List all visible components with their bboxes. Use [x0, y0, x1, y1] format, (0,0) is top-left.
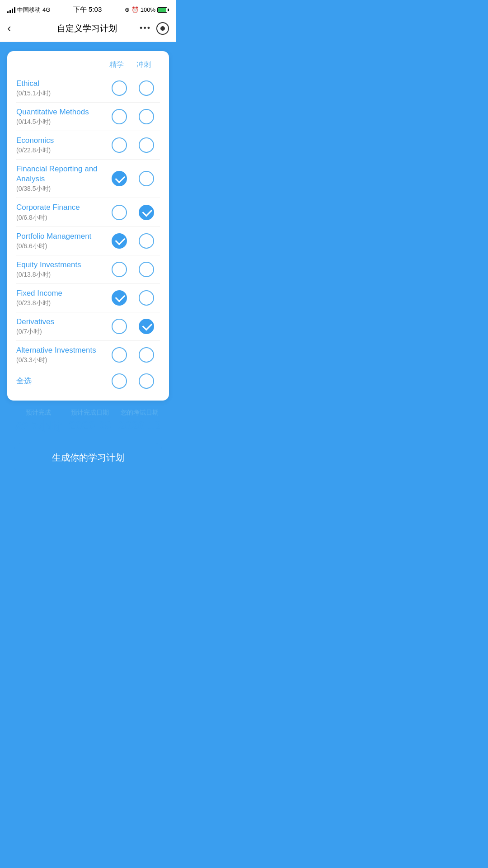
- location-icon: ⊕: [125, 6, 130, 13]
- record-button[interactable]: [156, 22, 169, 35]
- col1-checkbox[interactable]: [112, 347, 127, 363]
- subject-row: Corporate Finance(0/6.8小时): [16, 198, 160, 226]
- checkboxes: [106, 171, 160, 186]
- col1-checkbox[interactable]: [112, 205, 127, 220]
- col2-checkbox[interactable]: [139, 137, 154, 153]
- checkboxes: [106, 205, 160, 220]
- more-button[interactable]: •••: [140, 24, 151, 33]
- table-header: 精学 冲刺: [16, 60, 160, 70]
- page-title: 自定义学习计划: [34, 23, 140, 34]
- col2-checkbox[interactable]: [139, 205, 154, 220]
- col1-cell: [106, 290, 133, 306]
- col1-checkbox[interactable]: [112, 109, 127, 124]
- estimated-date-stat: 预计完成日期 2020.09: [69, 409, 111, 434]
- subject-hours: (0/14.5小时): [16, 118, 106, 126]
- subject-row: Financial Reporting and Analysis(0/38.5小…: [16, 160, 160, 198]
- col2-cell: [133, 233, 160, 249]
- exam-date-value: 2020.12: [118, 419, 161, 433]
- estimated-hours-stat: 预计完成 82.7小时: [15, 409, 62, 434]
- back-button[interactable]: ‹: [7, 21, 11, 35]
- subject-info: Alternative Investments(0/3.3小时): [16, 345, 106, 364]
- status-right: ⊕ ⏰ 100%: [125, 6, 169, 13]
- select-all-col2-cell: [133, 373, 160, 389]
- subject-hours: (0/7小时): [16, 328, 106, 336]
- subject-hours: (0/6.8小时): [16, 214, 106, 222]
- checkboxes: [106, 262, 160, 277]
- estimated-hours-label: 预计完成: [26, 409, 51, 417]
- subject-info: Portfolio Management(0/6.6小时): [16, 231, 106, 250]
- subject-row: Ethical(0/15.1小时): [16, 74, 160, 103]
- col2-checkbox[interactable]: [139, 80, 154, 96]
- subject-hours: (0/3.3小时): [16, 356, 106, 364]
- subject-info: Quantitative Methods(0/14.5小时): [16, 107, 106, 126]
- col1-checkbox[interactable]: [112, 137, 127, 153]
- subject-info: Fixed Income(0/23.8小时): [16, 288, 106, 307]
- select-all-checkboxes: [106, 373, 160, 389]
- subject-row: Economics(0/22.8小时): [16, 131, 160, 160]
- col2-cell: [133, 347, 160, 363]
- signal-icon: [7, 7, 15, 13]
- subject-name: Financial Reporting and Analysis: [16, 164, 106, 184]
- checkboxes: [106, 347, 160, 363]
- subject-name: Portfolio Management: [16, 231, 106, 241]
- col1-cell: [106, 80, 133, 96]
- col2-cell: [133, 290, 160, 306]
- subject-info: Financial Reporting and Analysis(0/38.5小…: [16, 164, 106, 193]
- subject-name: Ethical: [16, 79, 106, 89]
- col1-cell: [106, 137, 133, 153]
- status-left: 中国移动 4G: [7, 6, 50, 14]
- col1-checkbox[interactable]: [112, 171, 127, 186]
- subject-hours: (0/23.8小时): [16, 299, 106, 307]
- subject-name: Derivatives: [16, 317, 106, 327]
- col2-checkbox[interactable]: [139, 262, 154, 277]
- subject-name: Alternative Investments: [16, 345, 106, 355]
- estimated-date-value: 2020.09: [69, 419, 111, 433]
- col1-checkbox[interactable]: [112, 233, 127, 249]
- stats-row: 预计完成 82.7小时 预计完成日期 2020.09 您的考试日期 2020.1…: [7, 401, 169, 439]
- checkboxes: [106, 109, 160, 124]
- select-all-col1-checkbox[interactable]: [112, 373, 127, 389]
- col2-checkbox[interactable]: [139, 319, 154, 334]
- main-content: 精学 冲刺 Ethical(0/15.1小时)Quantitative Meth…: [0, 42, 176, 490]
- col1-checkbox[interactable]: [112, 80, 127, 96]
- checkboxes: [106, 319, 160, 334]
- checkboxes: [106, 137, 160, 153]
- generate-button[interactable]: 生成你的学习计划: [14, 443, 162, 472]
- status-bar: 中国移动 4G 下午 5:03 ⊕ ⏰ 100%: [0, 0, 176, 17]
- col2-checkbox[interactable]: [139, 171, 154, 186]
- col1-checkbox[interactable]: [112, 290, 127, 306]
- col2-cell: [133, 262, 160, 277]
- exam-date-label: 您的考试日期: [121, 409, 159, 417]
- subject-row: Alternative Investments(0/3.3小时): [16, 341, 160, 369]
- subject-row: Quantitative Methods(0/14.5小时): [16, 103, 160, 131]
- col1-cell: [106, 233, 133, 249]
- nav-right: •••: [140, 22, 169, 35]
- carrier-label: 中国移动: [17, 6, 41, 14]
- col2-header: 冲刺: [130, 60, 157, 70]
- checkboxes: [106, 80, 160, 96]
- nav-left: ‹: [7, 21, 34, 35]
- col2-cell: [133, 319, 160, 334]
- col2-checkbox[interactable]: [139, 109, 154, 124]
- subject-hours: (0/22.8小时): [16, 146, 106, 155]
- subject-row: Fixed Income(0/23.8小时): [16, 284, 160, 312]
- col2-checkbox[interactable]: [139, 233, 154, 249]
- network-label: 4G: [42, 6, 50, 13]
- battery-icon: [157, 7, 169, 13]
- checkboxes: [106, 233, 160, 249]
- subject-hours: (0/6.6小时): [16, 242, 106, 250]
- col2-checkbox[interactable]: [139, 347, 154, 363]
- col1-cell: [106, 205, 133, 220]
- col2-checkbox[interactable]: [139, 290, 154, 306]
- col1-checkbox[interactable]: [112, 319, 127, 334]
- select-all-info: 全选: [16, 376, 106, 386]
- subject-info: Economics(0/22.8小时): [16, 136, 106, 155]
- select-all-col2-checkbox[interactable]: [139, 373, 154, 389]
- subjects-list: Ethical(0/15.1小时)Quantitative Methods(0/…: [16, 74, 160, 369]
- col1-checkbox[interactable]: [112, 262, 127, 277]
- subject-name: Quantitative Methods: [16, 107, 106, 117]
- select-all-row: 全选: [16, 369, 160, 393]
- subject-row: Portfolio Management(0/6.6小时): [16, 227, 160, 255]
- col1-cell: [106, 319, 133, 334]
- col1-cell: [106, 171, 133, 186]
